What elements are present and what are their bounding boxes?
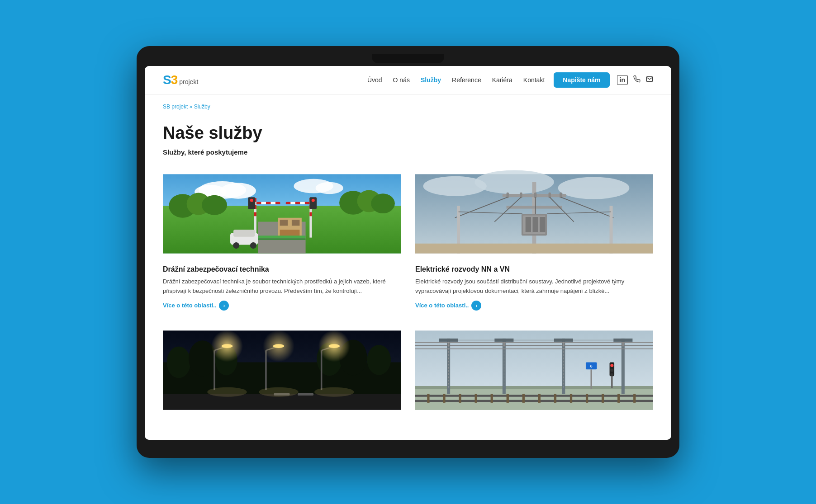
card-image-overhead: 6 (415, 325, 653, 415)
svg-rect-35 (280, 220, 288, 226)
svg-point-40 (233, 242, 239, 249)
nav-link-kariera[interactable]: Kariéra (492, 76, 512, 84)
svg-point-97 (314, 387, 354, 396)
card-image-transformer (415, 169, 653, 259)
svg-point-88 (263, 330, 294, 362)
svg-rect-25 (286, 202, 310, 204)
nav-link-reference[interactable]: Reference (452, 76, 481, 84)
svg-point-46 (475, 170, 554, 194)
svg-point-32 (312, 199, 315, 202)
svg-rect-19 (261, 202, 266, 204)
laptop-screen: S3 projekt Úvod O nás Služby Reference (145, 66, 671, 440)
breadcrumb-home[interactable]: SB projekt (163, 104, 188, 110)
nav-item-kariera[interactable]: Kariéra (492, 76, 512, 84)
email-icon[interactable] (646, 75, 653, 85)
svg-point-95 (207, 387, 247, 396)
svg-rect-66 (532, 217, 538, 232)
nav-item-reference[interactable]: Reference (452, 76, 481, 84)
svg-rect-123 (443, 394, 445, 402)
nav-item-uvod[interactable]: Úvod (367, 76, 382, 84)
breadcrumb-current: Služby (194, 104, 210, 110)
svg-rect-17 (254, 212, 256, 217)
svg-rect-39 (233, 230, 255, 237)
svg-rect-100 (415, 386, 653, 389)
svg-point-5 (316, 182, 343, 194)
svg-rect-104 (503, 339, 506, 394)
logo-accent: 3 (171, 73, 178, 87)
svg-point-29 (250, 199, 253, 202)
svg-rect-102 (447, 339, 450, 394)
svg-rect-27 (300, 202, 305, 204)
card-2-desc: Elektrické rozvody jsou součástí distrib… (415, 277, 653, 296)
svg-point-92 (318, 330, 350, 362)
card-railway-overhead: 6 (415, 325, 653, 422)
svg-point-33 (312, 203, 315, 207)
card-2-title: Elektrické rozvody NN a VN (415, 265, 653, 273)
svg-point-96 (259, 387, 299, 396)
navigation: S3 projekt Úvod O nás Služby Reference (145, 66, 671, 94)
svg-rect-54 (549, 193, 551, 198)
svg-rect-52 (520, 193, 522, 198)
card-1-link[interactable]: Více o této oblasti.. › (163, 301, 401, 311)
cards-grid: Drážní zabezpečovací technika Drážní zab… (163, 169, 653, 422)
card-2-link-text: Více o této oblasti.. (415, 302, 469, 309)
nav-link-kontakt[interactable]: Kontakt (523, 76, 545, 84)
card-streetlight (163, 325, 401, 422)
svg-rect-94 (298, 393, 313, 396)
svg-point-47 (558, 177, 630, 199)
svg-point-30 (250, 203, 253, 207)
cta-button[interactable]: Napište nám (554, 72, 609, 88)
svg-rect-42 (258, 236, 305, 238)
svg-rect-130 (554, 394, 556, 402)
nav-social-icons: in (617, 75, 653, 85)
card-1-desc: Drážní zabezpečovací technika je soubor … (163, 277, 401, 296)
svg-rect-120 (415, 395, 653, 396)
svg-rect-122 (427, 394, 429, 402)
svg-point-84 (211, 330, 243, 362)
svg-rect-124 (459, 394, 461, 402)
svg-rect-18 (256, 202, 280, 204)
svg-rect-53 (534, 193, 536, 198)
svg-rect-138 (590, 369, 592, 389)
card-1-link-text: Více o této oblasti.. (163, 302, 216, 309)
svg-point-12 (371, 193, 395, 213)
logo[interactable]: S3 projekt (163, 74, 198, 86)
nav-link-o-nas[interactable]: O nás (393, 76, 410, 84)
svg-rect-70 (415, 244, 653, 254)
svg-point-3 (220, 183, 256, 199)
card-2-link[interactable]: Více o této oblasti.. › (415, 301, 653, 311)
page-subtitle: Služby, které poskytujeme (163, 148, 653, 156)
svg-rect-106 (562, 339, 565, 394)
card-railway: Drážní zabezpečovací technika Drážní zab… (163, 169, 401, 311)
logo-text: S3 (163, 74, 177, 86)
nav-item-sluzby[interactable]: Služby (421, 76, 441, 84)
svg-rect-131 (570, 394, 572, 402)
nav-link-sluzby[interactable]: Služby (421, 76, 441, 84)
svg-rect-128 (522, 394, 525, 402)
svg-rect-67 (540, 217, 545, 232)
nav-links: Úvod O nás Služby Reference Kariéra Kont… (367, 76, 545, 84)
svg-rect-143 (611, 376, 613, 388)
page-title: Naše služby (163, 123, 653, 143)
svg-rect-135 (633, 394, 636, 402)
svg-rect-119 (622, 342, 624, 347)
phone-icon[interactable] (633, 75, 640, 85)
svg-rect-50 (507, 206, 562, 209)
nav-item-kontakt[interactable]: Kontakt (523, 76, 545, 84)
linkedin-icon[interactable]: in (617, 75, 628, 85)
card-1-title: Drážní zabezpečovací technika (163, 265, 401, 273)
breadcrumb-separator: » (188, 104, 194, 110)
svg-text:6: 6 (590, 364, 593, 368)
card-image-streetlight (163, 325, 401, 415)
svg-rect-43 (258, 239, 305, 240)
nav-link-uvod[interactable]: Úvod (367, 76, 382, 84)
svg-point-142 (610, 373, 613, 377)
main-content: SB projekt » Služby Naše služby Služby, … (145, 94, 671, 440)
laptop-frame: S3 projekt Úvod O nás Služby Reference (137, 46, 679, 458)
svg-rect-36 (292, 220, 300, 226)
svg-point-41 (250, 242, 256, 249)
svg-rect-26 (290, 202, 295, 204)
svg-rect-132 (586, 394, 588, 402)
nav-item-o-nas[interactable]: O nás (393, 76, 410, 84)
svg-point-140 (610, 364, 613, 367)
